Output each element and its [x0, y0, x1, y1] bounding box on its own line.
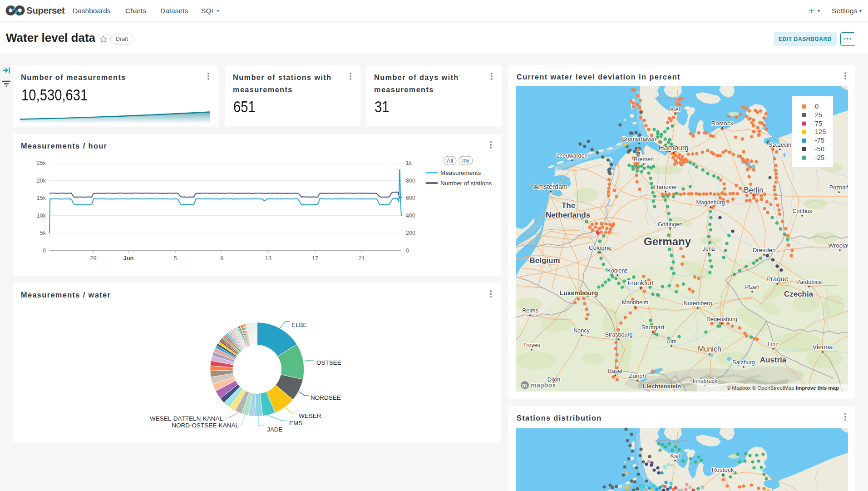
svg-text:Superset: Superset	[26, 5, 65, 15]
svg-text:5k: 5k	[40, 230, 46, 236]
svg-text:© Mapbox © OpenStreetMap Impro: © Mapbox © OpenStreetMap Improve this ma…	[727, 385, 839, 391]
svg-text:Cottbus: Cottbus	[792, 208, 812, 214]
svg-text:Netherlands: Netherlands	[546, 211, 590, 219]
svg-text:Amsterdam: Amsterdam	[534, 183, 567, 190]
svg-text:20k: 20k	[37, 178, 46, 184]
svg-text:ELBE: ELBE	[291, 322, 307, 328]
svg-text:Nancy: Nancy	[573, 327, 590, 334]
svg-text:WESER: WESER	[299, 412, 321, 419]
svg-text:29: 29	[90, 255, 96, 262]
svg-text:Linz: Linz	[768, 341, 779, 347]
svg-text:21: 21	[359, 255, 365, 262]
svg-text:Kiel: Kiel	[671, 453, 680, 459]
svg-text:Strasbourg: Strasbourg	[605, 332, 632, 338]
svg-text:Göttingen: Göttingen	[658, 221, 682, 228]
svg-text:1k: 1k	[406, 160, 412, 166]
svg-text:13: 13	[265, 255, 271, 262]
svg-text:10k: 10k	[37, 213, 46, 219]
svg-text:Prague: Prague	[766, 275, 788, 283]
svg-text:600: 600	[406, 195, 415, 201]
svg-text:Reims: Reims	[522, 307, 538, 314]
svg-text:EMS: EMS	[289, 420, 302, 427]
svg-text:Czechia: Czechia	[784, 290, 814, 298]
svg-text:Jun: Jun	[123, 255, 133, 262]
svg-text:Szczecin: Szczecin	[769, 142, 791, 148]
svg-text:Berlin: Berlin	[744, 186, 763, 194]
svg-text:-25: -25	[815, 154, 824, 161]
svg-text:Pardubice: Pardubice	[796, 279, 822, 285]
svg-text:Ulm: Ulm	[666, 338, 676, 345]
svg-text:Salzburg: Salzburg	[732, 359, 755, 366]
svg-text:JADE: JADE	[267, 426, 283, 433]
svg-text:m: m	[522, 382, 527, 389]
svg-text:The: The	[562, 201, 575, 210]
svg-text:Basel: Basel	[608, 368, 622, 374]
svg-text:125: 125	[815, 128, 826, 135]
svg-text:25k: 25k	[37, 160, 46, 166]
svg-text:Poznań: Poznań	[829, 184, 848, 191]
svg-text:800: 800	[406, 178, 415, 184]
svg-text:Belgium: Belgium	[529, 256, 560, 265]
svg-text:Liechtenstein: Liechtenstein	[643, 383, 681, 390]
svg-text:0: 0	[43, 248, 46, 254]
svg-text:Frankfurt: Frankfurt	[627, 279, 654, 287]
svg-text:Germany: Germany	[644, 235, 691, 248]
svg-text:400: 400	[406, 213, 415, 219]
svg-text:Bremerhaven: Bremerhaven	[622, 136, 656, 142]
svg-text:5: 5	[173, 255, 177, 262]
svg-text:NORD-OSTSEE-KANAL: NORD-OSTSEE-KANAL	[172, 422, 239, 429]
svg-text:Dresden: Dresden	[752, 247, 775, 253]
svg-text:Mannheim: Mannheim	[622, 299, 648, 306]
svg-text:0: 0	[406, 248, 409, 254]
svg-text:Troyes: Troyes	[523, 342, 540, 348]
svg-text:Vienna: Vienna	[813, 343, 833, 351]
svg-text:Innsbruck: Innsbruck	[693, 378, 718, 384]
svg-text:Leeuwarden: Leeuwarden	[557, 153, 588, 159]
svg-text:15k: 15k	[37, 195, 46, 201]
svg-text:Bremen: Bremen	[634, 156, 654, 163]
svg-text:Jena: Jena	[702, 246, 715, 252]
svg-text:Austria: Austria	[760, 356, 787, 364]
svg-text:Stuttgart: Stuttgart	[641, 324, 664, 331]
svg-text:25: 25	[815, 111, 822, 119]
svg-text:-75: -75	[815, 137, 824, 144]
svg-text:17: 17	[312, 255, 318, 262]
svg-text:WESEL-DATTELN-KANAL: WESEL-DATTELN-KANAL	[150, 415, 223, 422]
svg-text:9: 9	[220, 255, 223, 262]
svg-text:Rostock: Rostock	[711, 120, 734, 127]
svg-text:mapbox: mapbox	[531, 382, 556, 389]
svg-text:Hanover: Hanover	[654, 184, 677, 190]
svg-text:NORDSEE: NORDSEE	[311, 394, 341, 401]
svg-text:0: 0	[815, 103, 819, 110]
svg-text:All: All	[447, 158, 453, 164]
svg-text:Plzeň: Plzeň	[745, 284, 759, 290]
svg-text:Number of stations: Number of stations	[440, 180, 492, 187]
svg-text:OSTSEE: OSTSEE	[316, 359, 341, 366]
svg-text:Wrocław: Wrocław	[828, 242, 848, 249]
svg-text:Nuremberg: Nuremberg	[684, 300, 712, 307]
svg-text:Rostock: Rostock	[712, 466, 734, 473]
svg-text:Measurements: Measurements	[440, 169, 481, 176]
svg-text:200: 200	[406, 230, 415, 236]
svg-text:Hamburg: Hamburg	[659, 144, 689, 152]
svg-text:Kiel: Kiel	[671, 106, 680, 113]
svg-text:-50: -50	[815, 145, 824, 153]
svg-text:Zurich: Zurich	[629, 372, 646, 379]
svg-text:Munich: Munich	[698, 345, 721, 353]
svg-text:Magdeburg: Magdeburg	[696, 199, 725, 206]
svg-text:Regensburg: Regensburg	[706, 316, 737, 322]
svg-text:Inv: Inv	[462, 158, 470, 164]
svg-text:75: 75	[815, 120, 822, 127]
svg-text:Cologne: Cologne	[589, 244, 612, 251]
svg-text:Koblenz: Koblenz	[607, 268, 627, 274]
svg-text:Luxembourg: Luxembourg	[560, 289, 598, 297]
